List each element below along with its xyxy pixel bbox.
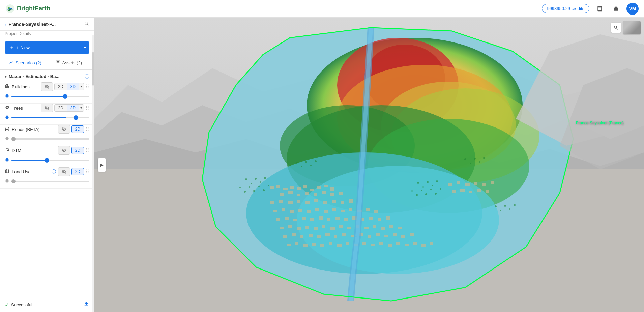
- svg-rect-110: [346, 242, 349, 245]
- svg-point-144: [417, 182, 419, 184]
- tab-assets[interactable]: Assets (2): [47, 57, 91, 69]
- svg-rect-122: [457, 181, 460, 184]
- trees-visibility-toggle[interactable]: [41, 104, 53, 112]
- svg-rect-63: [319, 216, 323, 220]
- user-avatar[interactable]: VM: [626, 3, 639, 15]
- logo-text: BrightEarth: [17, 5, 50, 12]
- svg-rect-61: [302, 217, 306, 220]
- svg-point-148: [436, 180, 438, 182]
- svg-rect-23: [310, 189, 314, 191]
- scrollbar[interactable]: [92, 35, 94, 312]
- dtm-opacity-slider[interactable]: [11, 160, 89, 161]
- svg-rect-113: [371, 244, 375, 246]
- svg-rect-47: [290, 210, 294, 213]
- svg-point-143: [268, 185, 269, 186]
- map-area: France-Seyssinet (France) ▶: [94, 18, 644, 312]
- map-search-button[interactable]: [611, 23, 621, 33]
- download-button[interactable]: [83, 301, 89, 309]
- svg-rect-31: [314, 193, 317, 196]
- svg-rect-20: [290, 186, 294, 189]
- buildings-drag-handle[interactable]: ⠿: [85, 84, 89, 90]
- expand-arrow-icon: ▶: [100, 163, 104, 167]
- buildings-2d-btn[interactable]: 2D: [55, 83, 66, 90]
- dtm-drag-handle[interactable]: ⠿: [85, 147, 89, 154]
- roads-2d-btn[interactable]: 2D: [71, 125, 84, 133]
- svg-rect-75: [305, 226, 309, 229]
- svg-rect-36: [279, 200, 283, 203]
- svg-point-163: [305, 161, 307, 163]
- svg-rect-28: [288, 191, 293, 194]
- scenario-more-icon[interactable]: ⋮: [77, 73, 83, 80]
- landuse-visibility-toggle[interactable]: [58, 167, 70, 176]
- svg-point-161: [296, 162, 298, 164]
- roads-drag-handle[interactable]: ⠿: [85, 126, 89, 133]
- buildings-3d-arrow[interactable]: ▾: [79, 83, 84, 90]
- svg-rect-100: [393, 233, 397, 236]
- buildings-opacity-slider[interactable]: [11, 96, 89, 97]
- svg-point-141: [258, 186, 260, 187]
- credits-badge[interactable]: 9998950.29 credits: [542, 4, 589, 13]
- landuse-2d-btn[interactable]: 2D: [71, 168, 84, 175]
- notifications-button[interactable]: [610, 3, 622, 15]
- dtm-2d-btn[interactable]: 2D: [71, 147, 84, 154]
- buildings-3d-btn[interactable]: 3D: [67, 83, 79, 90]
- trees-opacity-slider[interactable]: [11, 117, 89, 118]
- landuse-opacity-slider[interactable]: [11, 181, 89, 182]
- svg-rect-22: [303, 185, 307, 188]
- trees-opacity-icon: [5, 115, 9, 120]
- landuse-info-icon[interactable]: ⓘ: [52, 169, 56, 175]
- dtm-visibility-toggle[interactable]: [58, 146, 70, 155]
- svg-rect-102: [410, 233, 414, 236]
- scenario-info-icon[interactable]: ⓘ: [85, 74, 89, 80]
- svg-rect-103: [287, 244, 291, 246]
- svg-rect-40: [314, 199, 318, 202]
- landuse-drag-handle[interactable]: ⠿: [85, 169, 89, 175]
- layer-buildings: Buildings 2D 3D ▾ ⠿: [0, 82, 94, 104]
- roads-layer-name: Roads (BETA): [12, 127, 56, 132]
- svg-rect-121: [448, 183, 452, 186]
- svg-rect-117: [405, 244, 409, 246]
- svg-point-156: [464, 158, 466, 160]
- trees-2d-btn[interactable]: 2D: [55, 105, 66, 111]
- svg-point-142: [263, 189, 265, 191]
- svg-point-139: [249, 186, 250, 188]
- sidebar: ‹ France-Seyssinet-P... Project Details …: [0, 18, 94, 312]
- tab-scenarios[interactable]: Scenarios (2): [3, 57, 47, 69]
- buildings-layer-icon: [5, 84, 10, 90]
- scenario-collapse-icon[interactable]: ▾: [5, 74, 7, 79]
- back-button[interactable]: ‹: [5, 21, 6, 27]
- dtm-layer-name: DTM: [12, 148, 56, 153]
- svg-rect-95: [351, 235, 354, 237]
- logo-icon: [5, 4, 15, 13]
- trees-3d-btn[interactable]: 3D: [67, 105, 79, 111]
- new-button-label: + New: [16, 45, 30, 50]
- trees-3d-arrow[interactable]: ▾: [79, 105, 84, 111]
- sidebar-expand-button[interactable]: ▶: [98, 158, 106, 172]
- svg-rect-33: [330, 193, 334, 196]
- svg-rect-83: [373, 225, 376, 228]
- trees-layer-name: Trees: [12, 106, 39, 111]
- buildings-visibility-toggle[interactable]: [41, 82, 53, 91]
- docs-button[interactable]: [594, 3, 606, 15]
- svg-rect-46: [282, 208, 285, 211]
- svg-point-153: [430, 189, 432, 190]
- svg-rect-66: [344, 218, 348, 221]
- dtm-opacity-icon: [5, 157, 9, 163]
- svg-rect-105: [303, 244, 308, 247]
- svg-point-145: [422, 186, 424, 188]
- roads-visibility-toggle[interactable]: [58, 125, 70, 134]
- new-button[interactable]: ＋ + New ▾: [5, 41, 89, 54]
- svg-rect-42: [332, 200, 336, 203]
- map-thumbnail[interactable]: [623, 21, 641, 34]
- svg-rect-120: [430, 242, 433, 245]
- roads-opacity-slider[interactable]: [11, 138, 89, 140]
- scroll-thumb: [92, 52, 94, 86]
- svg-rect-73: [288, 225, 292, 228]
- status-bar: ✓ Successful: [0, 297, 94, 312]
- svg-rect-76: [314, 227, 318, 230]
- svg-rect-124: [474, 182, 477, 185]
- trees-drag-handle[interactable]: ⠿: [85, 105, 89, 111]
- buildings-layer-name: Buildings: [12, 84, 39, 89]
- svg-rect-90: [309, 234, 313, 237]
- project-search-icon[interactable]: [84, 21, 89, 28]
